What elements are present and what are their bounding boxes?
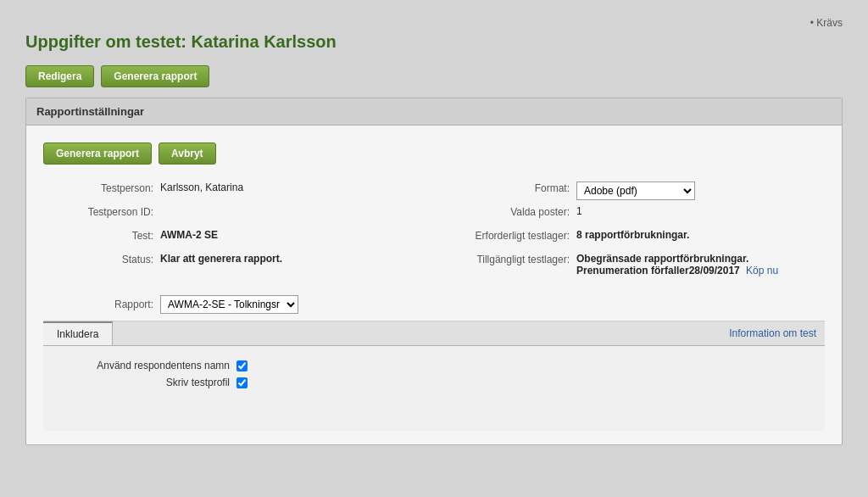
test-value: AWMA-2 SE: [160, 229, 218, 241]
info-om-test-link[interactable]: Information om test: [729, 327, 816, 339]
status-value: Klar att generera rapport.: [160, 253, 282, 265]
testperson-id-label: Testperson ID:: [52, 205, 153, 218]
status-row: Status: Klar att generera rapport.: [52, 253, 426, 271]
required-note: • Krävs: [25, 17, 843, 29]
tab-inkludera[interactable]: Inkludera: [43, 321, 113, 345]
valda-poster-value: 1: [576, 205, 582, 217]
respondent-row: Använd respondentens namn: [60, 360, 808, 371]
format-row: Format: Adobe (pdf) Word (docx): [442, 181, 816, 200]
testperson-row: Testperson: Karlsson, Katarina: [52, 181, 426, 200]
valda-poster-label: Valda poster:: [442, 205, 570, 218]
page-title: Uppgifter om testet: Katarina Karlsson: [25, 32, 843, 52]
erforderligt-row: Erforderligt testlager: 8 rapportförbruk…: [442, 229, 816, 248]
test-label: Test:: [52, 229, 153, 242]
rapport-label: Rapport:: [52, 299, 153, 310]
tillgangligt-row: Tillgängligt testlager: Obegränsade rapp…: [442, 253, 816, 276]
testperson-value: Karlsson, Katarina: [160, 181, 243, 193]
erforderligt-label: Erforderligt testlager:: [442, 229, 570, 242]
tabs-list: Inkludera: [43, 321, 113, 345]
testprofil-label: Skriv testprofil: [60, 377, 230, 388]
form-left: Testperson: Karlsson, Katarina Testperso…: [43, 181, 434, 282]
generate-rapport-top-button[interactable]: Generera rapport: [101, 65, 209, 87]
form-right: Format: Adobe (pdf) Word (docx) Valda po…: [434, 181, 825, 282]
panel-buttons: Generera rapport Avbryt: [43, 142, 825, 165]
testperson-id-row: Testperson ID:: [52, 205, 426, 224]
erforderligt-value: 8 rapportförbrukningar.: [576, 229, 689, 241]
rapport-row: Rapport: AWMA-2-SE - Tolkningsr: [43, 295, 825, 314]
panel-header: Rapportinställningar: [26, 98, 842, 126]
edit-button[interactable]: Redigera: [25, 65, 94, 87]
respondent-label: Använd respondentens namn: [60, 360, 230, 371]
testprofil-checkbox[interactable]: [236, 377, 248, 388]
cancel-button[interactable]: Avbryt: [159, 142, 216, 165]
generate-rapport-panel-button[interactable]: Generera rapport: [43, 142, 152, 165]
form-grid: Testperson: Karlsson, Katarina Testperso…: [43, 181, 825, 282]
tabs-header: Inkludera Information om test: [43, 321, 825, 346]
panel-body: Generera rapport Avbryt Testperson: Karl…: [26, 126, 842, 444]
testprofil-row: Skriv testprofil: [60, 377, 808, 388]
valda-poster-row: Valda poster: 1: [442, 205, 816, 224]
tab-content: Använd respondentens namn Skriv testprof…: [43, 346, 825, 431]
rapport-select[interactable]: AWMA-2-SE - Tolkningsr: [160, 295, 298, 314]
format-select[interactable]: Adobe (pdf) Word (docx): [576, 181, 695, 200]
status-label: Status:: [52, 253, 153, 265]
testperson-label: Testperson:: [52, 181, 153, 194]
respondent-checkbox[interactable]: [236, 360, 248, 371]
test-row: Test: AWMA-2 SE: [52, 229, 426, 248]
top-buttons: Redigera Generera rapport: [25, 65, 843, 87]
main-panel: Rapportinställningar Generera rapport Av…: [25, 98, 843, 445]
tillgangligt-label: Tillgängligt testlager:: [442, 253, 570, 265]
buy-link[interactable]: Köp nu: [746, 265, 778, 276]
page-wrapper: • Krävs Uppgifter om testet: Katarina Ka…: [0, 0, 868, 497]
tillgangligt-value: Obegränsade rapportförbrukningar. Prenum…: [576, 253, 816, 276]
tabs-area: Inkludera Information om test Använd res…: [43, 321, 825, 431]
format-label: Format:: [442, 181, 570, 194]
